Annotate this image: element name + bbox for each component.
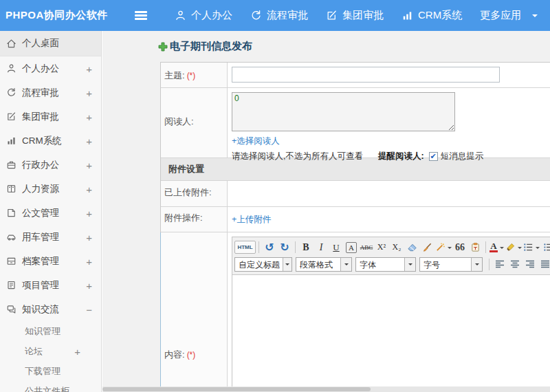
app-logo: PHPOA协同办公软件 [0, 9, 135, 22]
required-mark: (*) [187, 71, 196, 80]
editor-html-source-button[interactable]: HTML [234, 241, 256, 254]
scrollbar-thumb[interactable] [102, 387, 371, 391]
expand-plus-icon[interactable]: + [86, 255, 92, 267]
sidebar-item-project-mgmt[interactable]: 项目管理 + [0, 273, 101, 297]
editor-font-size-select[interactable]: 字号 [419, 257, 483, 272]
dropdown-caret-icon [536, 247, 540, 251]
editor-blockquote-button[interactable]: 66 [452, 240, 468, 254]
editor-superscript-button[interactable]: X² [374, 240, 389, 254]
topnav-crm[interactable]: CRM系统 [402, 9, 462, 22]
workflow-icon [6, 87, 16, 98]
home-icon [6, 39, 16, 49]
expand-plus-icon[interactable]: + [86, 279, 92, 291]
editor-align-left-button[interactable] [492, 257, 507, 272]
topnav-group-approval[interactable]: 集团审批 [326, 9, 384, 22]
expand-plus-icon[interactable]: + [74, 345, 80, 357]
page-title: 电子期刊信息发布 [170, 40, 252, 53]
editor-align-justify-button[interactable] [538, 257, 550, 272]
editor-align-center-button[interactable] [507, 257, 522, 272]
editor-subscript-button[interactable]: X₂ [389, 240, 404, 254]
topnav-personal-office[interactable]: 个人办公 [175, 9, 232, 22]
topnav-more-apps[interactable]: 更多应用 [480, 9, 538, 22]
uploaded-label: 已上传附件: [161, 181, 228, 206]
editor-format-brush-button[interactable] [419, 240, 434, 254]
eraser-icon [407, 242, 417, 252]
editor-italic-button[interactable]: I [314, 240, 329, 254]
menu-toggle-icon[interactable] [135, 11, 147, 20]
readers-textarea[interactable]: 0 [232, 92, 455, 131]
dropdown-caret-icon [471, 258, 482, 271]
expand-plus-icon[interactable]: + [86, 231, 92, 243]
topnav-workflow-approval[interactable]: 流程审批 [250, 9, 308, 22]
sidebar-item-document-mgmt[interactable]: 公文管理 + [0, 201, 101, 225]
upload-attachment-link[interactable]: +上传附件 [232, 214, 271, 226]
brush-icon [422, 242, 432, 252]
editor-autotypeset-button[interactable] [434, 240, 452, 254]
dropdown-caret-icon [500, 247, 504, 251]
sidebar-item-admin-office[interactable]: 行政办公 + [0, 153, 101, 177]
main-content: 电子期刊信息发布 主题:(*) 阅读人: 0 +选 [102, 31, 550, 392]
dropdown-caret-icon [404, 258, 415, 271]
expand-plus-icon[interactable]: + [86, 183, 92, 195]
edit-icon [326, 10, 338, 21]
sidebar-item-knowledge-exchange[interactable]: 知识交流 − [0, 297, 101, 321]
editor-highlight-color-button[interactable] [505, 240, 522, 254]
readers-note: 请选择阅读人,不选为所有人可查看 提醒阅读人: 短消息提示 [232, 151, 550, 162]
expand-plus-icon[interactable]: + [86, 135, 92, 146]
sidebar-item-group-approval[interactable]: 集团审批 + [0, 105, 101, 129]
sidebar-subitem-download-mgmt[interactable]: 下载管理 [0, 361, 101, 381]
align-center-icon [510, 260, 520, 269]
caret-down-icon [532, 14, 538, 20]
editor-undo-button[interactable]: ↺ [262, 240, 277, 254]
subject-input[interactable] [232, 67, 500, 83]
sidebar-item-personal-desktop[interactable]: 个人桌面 [0, 31, 101, 56]
sms-checkbox[interactable] [429, 152, 438, 161]
expand-plus-icon[interactable]: + [86, 87, 92, 98]
collapse-minus-icon[interactable]: − [86, 303, 92, 315]
readers-row: 阅读人: 0 +选择阅读人 请选择阅读人,不选为所有人可查看 提醒阅读人: 短消… [161, 88, 550, 158]
book-icon [6, 184, 16, 194]
sidebar-item-personal-office[interactable]: 个人办公 + [0, 56, 101, 80]
expand-plus-icon[interactable]: + [86, 159, 92, 171]
editor-content-area[interactable] [232, 275, 550, 392]
required-mark: (*) [187, 350, 196, 360]
expand-plus-icon[interactable]: + [86, 111, 92, 122]
editor-underline-button[interactable]: U [329, 240, 344, 254]
editor-strikethrough-button[interactable]: ABC [359, 240, 374, 254]
sidebar-item-vehicle-mgmt[interactable]: 用车管理 + [0, 225, 101, 249]
dropdown-caret-icon [518, 247, 522, 251]
sidebar-item-workflow-approval[interactable]: 流程审批 + [0, 80, 101, 105]
editor-font-family-select[interactable]: 字体 [355, 257, 416, 272]
editor-font-color-button[interactable]: A [489, 240, 505, 254]
align-left-icon [495, 260, 505, 269]
uploaded-attachments-row: 已上传附件: [161, 181, 550, 207]
remind-readers-label: 提醒阅读人: [378, 151, 424, 162]
top-navbar: PHPOA协同办公软件 个人办公 流程审批 集团审批 CRM系统 更多应用 [0, 0, 550, 31]
horizontal-scrollbar[interactable] [102, 386, 550, 392]
editor-align-right-button[interactable] [522, 257, 538, 272]
sidebar-item-archive-mgmt[interactable]: 档案管理 + [0, 249, 101, 273]
sidebar-subitem-public-file-cabinet[interactable]: 公共文件柜 [0, 381, 101, 392]
editor-paragraph-format-select[interactable]: 段落格式 [296, 257, 352, 272]
workflow-icon [250, 10, 262, 21]
expand-plus-icon[interactable]: + [86, 207, 92, 219]
sidebar-subitem-knowledge-mgmt[interactable]: 知识管理 [0, 321, 101, 341]
sidebar-subitem-forum[interactable]: 论坛 + [0, 341, 101, 361]
subject-row: 主题:(*) [161, 63, 550, 88]
editor-style-select[interactable]: 自定义标题 [234, 257, 292, 272]
bar-chart-icon [402, 10, 413, 21]
editor-bold-button[interactable]: B [298, 240, 314, 254]
select-readers-link[interactable]: +选择阅读人 [232, 135, 280, 147]
editor-paste-text-button[interactable] [468, 240, 483, 254]
editor-font-style-button[interactable]: A [346, 242, 357, 253]
editor-eraser-button[interactable] [404, 240, 419, 254]
editor-unordered-list-button[interactable] [540, 240, 550, 254]
sidebar-item-crm[interactable]: CRM系统 + [0, 129, 101, 153]
sidebar-item-hr[interactable]: 人力资源 + [0, 177, 101, 201]
editor-ordered-list-button[interactable] [522, 240, 540, 254]
expand-plus-icon[interactable]: + [86, 63, 92, 74]
editor-redo-button[interactable]: ↻ [277, 240, 292, 254]
content-row: 内容:(*) HTML ↺ ↻ B [161, 232, 550, 392]
ordered-list-icon [523, 242, 534, 252]
highlighter-icon [505, 242, 516, 252]
